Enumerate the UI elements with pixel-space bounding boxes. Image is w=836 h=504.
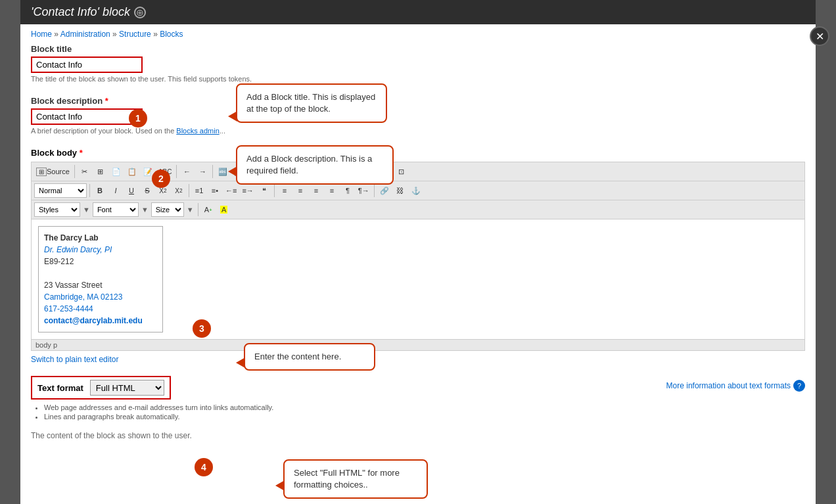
breadcrumb-admin[interactable]: Administration <box>60 30 110 39</box>
toolbar-divider-2 <box>176 165 177 178</box>
link-button[interactable]: 🔗 <box>377 183 392 198</box>
redo-button[interactable]: → <box>195 164 210 179</box>
editor-toolbar-row1: ⊞ Source ✂ ⊞ 📄 📋 📝 ABC ← → 🔤 🔤 <box>32 162 804 181</box>
callout-4: Select "Full HTML" for more formatting c… <box>283 459 428 499</box>
paste-button[interactable]: 📄 <box>109 164 124 179</box>
editor-body[interactable]: The Darcy Lab Dr. Edwin Darcy, PI E89-21… <box>32 219 804 339</box>
justify-left-button[interactable]: ≡ <box>277 183 292 198</box>
block-description-input[interactable] <box>31 108 143 125</box>
step-circle-3: 3 <box>193 319 211 338</box>
cut-button[interactable]: ✂ <box>78 164 92 179</box>
toolbar-divider-3 <box>212 165 213 178</box>
block-description-help: A brief description of your block. Used … <box>31 127 805 135</box>
paste-text-button[interactable]: 📋 <box>125 164 139 179</box>
breadcrumb-home[interactable]: Home <box>31 30 52 39</box>
editor-toolbar-row3: Styles ▼ Font ▼ Size ▼ A+ <box>32 200 804 219</box>
underline-button[interactable]: U <box>124 183 139 198</box>
format-info-link[interactable]: More information about text formats <box>666 381 791 390</box>
text-format-row: Text format Full HTML Filtered HTML Plai… <box>31 376 171 400</box>
block-description-section: Block description * A brief description … <box>31 96 805 135</box>
format-bullet-1: Web page addresses and e-mail addresses … <box>44 403 805 411</box>
city-state: Cambridge, MA 02123 <box>44 291 157 303</box>
format-select[interactable]: Normal Heading 1 Heading 2 <box>34 183 87 198</box>
toolbar-divider-5 <box>89 184 90 197</box>
content-area: Block title The title of the block as sh… <box>20 41 816 453</box>
styles-select[interactable]: Styles <box>34 202 80 217</box>
email: contact@darcylab.mit.edu <box>44 315 157 327</box>
indent-less-button[interactable]: ←≡ <box>223 183 239 198</box>
ul-button[interactable]: ≡• <box>208 183 222 198</box>
block-title-section: Block title The title of the block as sh… <box>31 44 805 83</box>
main-content: 'Contact Info' block ⊕ Home » Administra… <box>20 0 816 504</box>
format-bullets: Web page addresses and e-mail addresses … <box>31 403 805 421</box>
footer-note: The content of the block as shown to the… <box>31 431 805 440</box>
callout2-arrow <box>228 166 237 177</box>
room: E89-212 <box>44 256 157 267</box>
editor-wrapper: ⊞ Source ✂ ⊞ 📄 📋 📝 ABC ← → 🔤 🔤 <box>31 162 805 351</box>
ol-button[interactable]: ≡1 <box>192 183 206 198</box>
lab-name: The Darcy Lab <box>44 232 157 244</box>
step-circle-1: 1 <box>129 109 147 127</box>
toolbar-divider-9 <box>198 203 198 216</box>
text-format-select[interactable]: Full HTML Filtered HTML Plain text <box>90 380 164 396</box>
format-info-row: Text format Full HTML Filtered HTML Plai… <box>31 372 805 400</box>
block-body-section: Block body * ⊞ Source ✂ ⊞ 📄 📋 📝 ABC <box>31 148 805 421</box>
toolbar-divider-7 <box>274 184 275 197</box>
italic-button[interactable]: I <box>108 183 123 198</box>
block-body-label: Block body * <box>31 148 805 158</box>
page-title: 'Contact Info' block <box>31 5 130 19</box>
bg-color-button[interactable]: A <box>217 202 231 217</box>
breadcrumb: Home » Administration » Structure » Bloc… <box>20 24 816 41</box>
copy-button[interactable]: ⊞ <box>93 164 108 179</box>
toolbar-divider-6 <box>189 184 189 197</box>
breadcrumb-blocks[interactable]: Blocks <box>160 30 183 39</box>
callout-1: Add a Block title. This is displayed at … <box>236 83 387 123</box>
step-circle-2: 2 <box>152 170 170 188</box>
editor-content: The Darcy Lab Dr. Edwin Darcy, PI E89-21… <box>38 226 163 332</box>
anchor-button[interactable]: ⚓ <box>409 183 423 198</box>
justify-right-button[interactable]: ≡ <box>309 183 323 198</box>
breadcrumb-structure[interactable]: Structure <box>119 30 151 39</box>
address: 23 Vassar Street <box>44 279 157 291</box>
text-format-label: Text format <box>37 383 83 393</box>
blockquote-button[interactable]: ❝ <box>257 183 271 198</box>
callout1-arrow <box>228 111 237 122</box>
bidi-ltr-button[interactable]: ¶ <box>340 183 355 198</box>
pagebreak-button[interactable]: ⊡ <box>394 164 408 179</box>
font-color-button[interactable]: A+ <box>201 202 216 217</box>
spacer-line <box>44 267 157 279</box>
strike-button[interactable]: S <box>140 183 154 198</box>
callout4-arrow <box>275 480 285 491</box>
bidi-rtl-button[interactable]: ¶→ <box>356 183 371 198</box>
editor-statusbar: body p <box>32 339 804 350</box>
phone: 617-253-4444 <box>44 303 157 315</box>
justify-full-button[interactable]: ≡ <box>325 183 339 198</box>
block-title-help: The title of the block as shown to the u… <box>31 75 805 83</box>
block-title-label: Block title <box>31 44 805 54</box>
blocks-admin-link[interactable]: Blocks admin <box>176 127 219 135</box>
add-icon[interactable]: ⊕ <box>134 7 146 18</box>
superscript-button[interactable]: X2 <box>172 183 186 198</box>
step-circle-4: 4 <box>195 458 213 476</box>
font-select[interactable]: Font <box>93 202 139 217</box>
unlink-button[interactable]: ⛓ <box>393 183 407 198</box>
toolbar-divider-1 <box>74 165 75 178</box>
toolbar-divider-8 <box>374 184 375 197</box>
indent-more-button[interactable]: ≡→ <box>240 183 255 198</box>
person-name: Dr. Edwin Darcy, PI <box>44 244 157 256</box>
block-description-label: Block description * <box>31 96 805 106</box>
page-header: 'Contact Info' block ⊕ <box>20 0 816 24</box>
justify-center-button[interactable]: ≡ <box>293 183 308 198</box>
callout-3: Enter the content here. <box>244 343 375 371</box>
editor-toolbar-row2: Normal Heading 1 Heading 2 B I U S X2 X2… <box>32 181 804 200</box>
callout3-arrow <box>236 357 245 368</box>
switch-editor-link[interactable]: Switch to plain text editor <box>31 355 118 364</box>
close-button[interactable]: ✕ <box>810 26 829 46</box>
source-button[interactable]: ⊞ Source <box>34 164 72 179</box>
undo-button[interactable]: ← <box>179 164 194 179</box>
help-icon[interactable]: ? <box>793 380 805 392</box>
block-title-input[interactable] <box>31 57 143 73</box>
size-select[interactable]: Size <box>151 202 184 217</box>
bold-button[interactable]: B <box>93 183 107 198</box>
callout-2: Add a Block description. This is a requi… <box>236 145 394 185</box>
